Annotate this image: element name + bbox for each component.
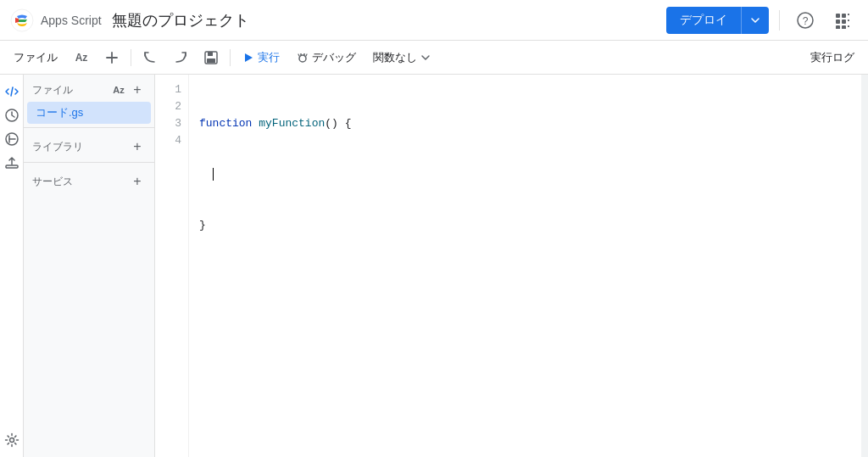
files-header-actions: Az + xyxy=(110,81,146,98)
file-item-label: コード.gs xyxy=(36,105,83,120)
run-button[interactable]: 実行 xyxy=(236,44,287,71)
svg-rect-3 xyxy=(836,14,840,18)
executions-icon xyxy=(4,131,19,147)
project-title[interactable]: 無題のプロジェクト xyxy=(108,8,253,32)
function-name: myFunction xyxy=(259,117,325,130)
save-button[interactable] xyxy=(198,44,225,71)
grid-icon xyxy=(834,12,851,29)
deploy-dropdown-button[interactable] xyxy=(741,7,769,34)
svg-rect-13 xyxy=(208,52,213,56)
toolbar: ファイル Az 実行 xyxy=(0,41,868,75)
file-menu-button[interactable]: ファイル xyxy=(7,44,64,71)
svg-rect-4 xyxy=(842,14,846,18)
debug-icon xyxy=(297,52,309,64)
svg-point-17 xyxy=(300,53,302,55)
svg-point-23 xyxy=(9,438,14,443)
sidebar-icons xyxy=(0,75,24,457)
topbar-right: デプロイ ? xyxy=(666,5,858,36)
svg-text:?: ? xyxy=(803,14,809,26)
code-line-2 xyxy=(199,166,861,183)
svg-rect-5 xyxy=(836,20,840,24)
panel-divider-2 xyxy=(24,162,154,163)
libraries-section-label: ライブラリ xyxy=(32,140,83,154)
function-label: 関数なし xyxy=(373,50,417,65)
sort-files-button[interactable]: Az xyxy=(110,81,127,98)
keyword-function: function xyxy=(199,117,252,130)
add-service-button[interactable]: + xyxy=(129,173,146,190)
undo-button[interactable] xyxy=(136,44,164,71)
save-icon xyxy=(203,50,219,65)
file-menu-label: ファイル xyxy=(14,50,58,65)
topbar-divider xyxy=(779,10,780,31)
redo-button[interactable] xyxy=(167,44,194,71)
add-file-button[interactable] xyxy=(98,44,125,71)
text-cursor xyxy=(213,168,214,181)
undo-icon xyxy=(142,50,158,65)
sidebar-item-executions[interactable] xyxy=(2,129,22,149)
svg-rect-22 xyxy=(6,165,18,168)
sidebar-item-triggers[interactable] xyxy=(2,105,22,125)
sort-button[interactable]: Az xyxy=(68,44,95,71)
svg-rect-8 xyxy=(842,25,846,29)
toolbar-divider-2 xyxy=(230,49,231,66)
line-number-1: 1 xyxy=(155,81,181,98)
line-numbers: 1 2 3 4 xyxy=(155,75,189,457)
files-section-header: ファイル Az + xyxy=(24,75,154,102)
main-content: ファイル Az + コード.gs ライブラリ + サービス + 1 2 3 xyxy=(0,75,868,457)
deploy-button-group: デプロイ xyxy=(666,7,769,34)
help-icon: ? xyxy=(797,12,814,29)
editor-area[interactable]: 1 2 3 4 function myFunction() { } xyxy=(155,75,868,457)
line-number-3: 3 xyxy=(155,115,181,132)
svg-rect-9 xyxy=(848,14,849,15)
svg-point-16 xyxy=(299,55,306,62)
sidebar-item-editor[interactable] xyxy=(2,81,22,102)
debug-button[interactable]: デバッグ xyxy=(290,44,363,71)
settings-icon xyxy=(4,432,19,448)
svg-rect-10 xyxy=(848,20,849,21)
code-line-1: function myFunction() { xyxy=(199,115,861,132)
file-item-code-gs[interactable]: コード.gs xyxy=(27,102,151,124)
libraries-section-header: ライブラリ + xyxy=(24,131,154,159)
add-file-button-panel[interactable]: + xyxy=(129,81,146,98)
sidebar-item-deployments[interactable] xyxy=(2,153,22,173)
code-content[interactable]: function myFunction() { } xyxy=(189,75,861,457)
services-section-label: サービス xyxy=(32,175,73,189)
clock-icon xyxy=(4,108,19,123)
topbar: Apps Script 無題のプロジェクト デプロイ ? xyxy=(0,0,868,41)
chevron-down-icon xyxy=(748,14,762,27)
svg-rect-14 xyxy=(207,59,215,63)
sidebar-item-settings[interactable] xyxy=(2,430,22,450)
sort-icon: Az xyxy=(75,52,88,64)
apps-button[interactable] xyxy=(827,5,858,36)
toolbar-divider-1 xyxy=(131,49,131,66)
svg-rect-11 xyxy=(848,25,849,27)
line-number-2: 2 xyxy=(155,98,181,115)
run-icon xyxy=(242,52,254,64)
apps-script-logo xyxy=(10,8,34,32)
function-dropdown-icon xyxy=(420,53,431,63)
debug-label: デバッグ xyxy=(312,50,356,65)
editor-lines: 1 2 3 4 function myFunction() { } xyxy=(155,75,868,457)
help-button[interactable]: ? xyxy=(790,5,821,36)
app-title: Apps Script xyxy=(41,14,102,27)
editor-icon xyxy=(4,84,19,99)
deploy-icon xyxy=(4,155,19,170)
logo-area: Apps Script xyxy=(10,8,108,32)
svg-rect-7 xyxy=(836,25,840,29)
scrollbar[interactable] xyxy=(861,75,868,457)
code-line-3: } xyxy=(199,217,861,234)
add-library-button[interactable]: + xyxy=(129,138,146,155)
services-section-header: サービス + xyxy=(24,166,154,193)
add-icon xyxy=(104,50,120,65)
file-panel: ファイル Az + コード.gs ライブラリ + サービス + xyxy=(24,75,155,457)
exec-log-label: 実行ログ xyxy=(810,50,854,65)
exec-log-button[interactable]: 実行ログ xyxy=(804,44,861,71)
redo-icon xyxy=(173,50,188,65)
svg-point-18 xyxy=(303,53,305,55)
function-selector[interactable]: 関数なし xyxy=(366,44,437,71)
svg-rect-6 xyxy=(842,20,846,24)
run-label: 実行 xyxy=(258,50,280,65)
svg-marker-15 xyxy=(245,53,253,62)
files-section-label: ファイル xyxy=(32,83,73,98)
deploy-button[interactable]: デプロイ xyxy=(666,7,741,34)
